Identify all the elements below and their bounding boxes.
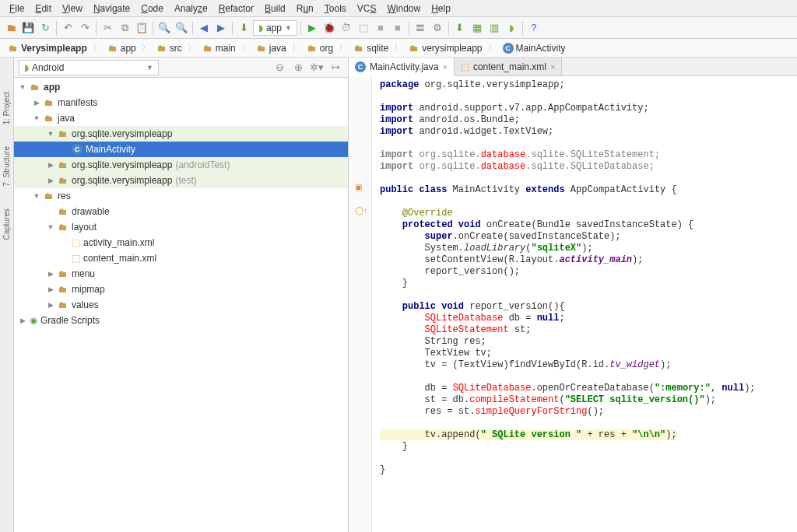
project-view-select[interactable]: Android ▼ <box>19 60 159 75</box>
tab-label: content_main.xml <box>473 61 546 72</box>
tree-label: layout <box>72 222 97 233</box>
tree-node[interactable]: ▶org.sqlite.verysimpleapp (test) <box>14 173 348 188</box>
hide-icon[interactable]: ↦ <box>328 60 343 75</box>
paste-icon[interactable]: 📋 <box>134 20 149 36</box>
collapse-icon[interactable]: ⊖ <box>272 60 287 75</box>
menu-edit[interactable]: Edit <box>30 2 56 16</box>
tree-node[interactable]: ▶values <box>14 297 348 313</box>
debug-icon[interactable]: 🐞 <box>321 20 337 36</box>
menu-navigate[interactable]: Navigate <box>89 2 135 16</box>
code-content[interactable]: package org.sqlite.verysimpleapp; import… <box>372 76 797 532</box>
tree-node[interactable]: ▼layout <box>14 219 348 235</box>
expand-arrow-icon[interactable]: ▶ <box>47 301 54 309</box>
stop2-icon[interactable]: ■ <box>390 20 406 36</box>
tree-node[interactable]: ▶org.sqlite.verysimpleapp (androidTest) <box>14 157 348 173</box>
tree-label: mipmap <box>72 284 105 295</box>
expand-arrow-icon[interactable]: ▼ <box>19 83 26 91</box>
tree-node[interactable]: ▼org.sqlite.verysimpleapp <box>14 126 348 142</box>
back-icon[interactable]: ◀ <box>196 20 212 36</box>
expand-arrow-icon[interactable]: ▼ <box>47 130 54 138</box>
breadcrumb-item[interactable]: java <box>253 42 304 54</box>
code-editor[interactable]: ◯↑ ▣ package org.sqlite.verysimpleapp; i… <box>349 76 797 532</box>
redo-icon[interactable]: ↷ <box>77 20 93 36</box>
sync-icon[interactable]: ↻ <box>37 20 53 36</box>
editor-tab[interactable]: MainActivity.java× <box>349 58 455 76</box>
undo-icon[interactable]: ↶ <box>60 20 75 36</box>
expand-arrow-icon[interactable]: ▶ <box>47 285 54 293</box>
expand-arrow-icon[interactable]: ▶ <box>19 317 26 324</box>
expand-arrow-icon[interactable]: ▶ <box>47 177 54 184</box>
breadcrumb-item[interactable]: Verysimpleapp <box>5 42 104 54</box>
menu-vcs[interactable]: VCS <box>353 2 381 16</box>
expand-arrow-icon[interactable]: ▼ <box>47 223 54 231</box>
breadcrumb-label: main <box>216 43 236 54</box>
menu-run[interactable]: Run <box>292 2 318 16</box>
breadcrumb-item[interactable]: sqlite <box>350 42 406 54</box>
menu-analyze[interactable]: Analyze <box>170 2 212 16</box>
breadcrumb-label: src <box>170 43 182 54</box>
menu-file[interactable]: FFileile <box>5 2 29 16</box>
make-icon[interactable]: ⬇ <box>236 20 251 36</box>
gear-icon[interactable]: ✲▾ <box>309 60 325 75</box>
settings-icon[interactable]: ⚙ <box>430 20 445 36</box>
left-tab-project[interactable]: 1: Project <box>2 89 11 128</box>
expand-arrow-icon[interactable]: ▶ <box>47 161 54 169</box>
menu-view[interactable]: View <box>58 2 87 16</box>
expand-arrow-icon[interactable]: ▶ <box>47 270 54 278</box>
breadcrumb-item[interactable]: main <box>199 42 253 54</box>
tree-node[interactable]: ▶mipmap <box>14 282 348 297</box>
breadcrumb-item[interactable]: org <box>304 42 350 54</box>
attach-icon[interactable]: ⬚ <box>356 20 371 36</box>
menu-window[interactable]: Window <box>382 2 425 16</box>
profile-icon[interactable]: ⏱ <box>339 20 354 36</box>
tree-node[interactable]: ▼res <box>14 188 348 204</box>
expand-arrow-icon[interactable]: ▼ <box>33 114 40 122</box>
tab-label: MainActivity.java <box>370 61 438 72</box>
find-icon[interactable]: 🔍 <box>156 20 172 36</box>
run-icon[interactable]: ▶ <box>304 20 320 36</box>
breadcrumb-item[interactable]: verysimpleapp <box>406 42 499 54</box>
forward-icon[interactable]: ▶ <box>213 20 229 36</box>
editor-tab[interactable]: ⬚content_main.xml× <box>455 58 562 75</box>
expand-arrow-icon[interactable]: ▼ <box>33 192 40 200</box>
tree-node[interactable]: ▼app <box>14 79 348 95</box>
run-config-select[interactable]: app ▼ <box>253 20 297 36</box>
tree-node[interactable]: ▶◉Gradle Scripts <box>14 313 348 328</box>
menu-code[interactable]: Code <box>136 2 168 16</box>
save-icon[interactable]: 💾 <box>20 20 36 36</box>
tree-node[interactable]: ⬚content_main.xml <box>14 250 348 266</box>
breadcrumb-item[interactable]: src <box>153 42 199 54</box>
help-icon[interactable]: ? <box>526 20 542 36</box>
stop-icon[interactable]: ■ <box>373 20 388 36</box>
breadcrumb-item[interactable]: MainActivity <box>500 43 574 54</box>
locate-icon[interactable]: ⊕ <box>290 60 306 75</box>
tree-node[interactable]: ⬚activity_main.xml <box>14 235 348 250</box>
close-icon[interactable]: × <box>442 62 447 72</box>
tree-node[interactable]: ▼java <box>14 110 348 126</box>
project-view-label: Android <box>32 62 64 73</box>
left-tab-structure[interactable]: 7: Structure <box>2 143 11 190</box>
left-tab-captures[interactable]: Captures <box>2 205 11 243</box>
menu-tools[interactable]: Tools <box>320 2 351 16</box>
monitor-icon[interactable]: ▥ <box>486 20 502 36</box>
avd-icon[interactable]: ▦ <box>469 20 485 36</box>
tree-node[interactable]: drawable <box>14 204 348 219</box>
tree-suffix: (test) <box>175 175 196 186</box>
open-icon[interactable]: 🖿 <box>3 20 19 36</box>
breadcrumb-item[interactable]: app <box>104 42 153 54</box>
replace-icon[interactable]: 🔍 <box>174 20 189 36</box>
menu-refactor[interactable]: Refactor <box>214 2 258 16</box>
android2-icon[interactable] <box>504 20 519 36</box>
tree-node[interactable]: MainActivity <box>14 142 348 157</box>
close-icon[interactable]: × <box>550 62 555 72</box>
menu-help[interactable]: Help <box>427 2 455 16</box>
copy-icon[interactable]: ⧉ <box>117 20 132 36</box>
sdk-icon[interactable]: ⬇ <box>452 20 468 36</box>
structure-icon[interactable]: 𝌆 <box>413 20 428 36</box>
expand-arrow-icon[interactable]: ▶ <box>33 99 40 107</box>
tree-node[interactable]: ▶manifests <box>14 95 348 110</box>
override-icon[interactable]: ◯↑ <box>355 206 367 215</box>
menu-build[interactable]: Build <box>260 2 290 16</box>
cut-icon[interactable]: ✂ <box>100 20 115 36</box>
tree-node[interactable]: ▶menu <box>14 266 348 282</box>
